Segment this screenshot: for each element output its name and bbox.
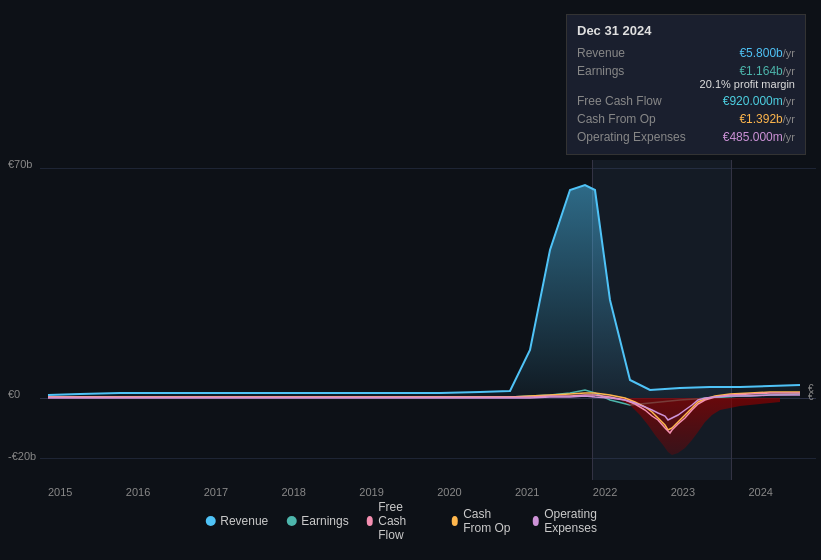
legend-label-fcf: Free Cash Flow (378, 500, 433, 542)
tooltip-opex-value: €485.000m/yr (723, 130, 795, 144)
tooltip-earnings-label: Earnings (577, 64, 677, 78)
legend-dot-fcf (367, 516, 374, 526)
tooltip-fcf-label: Free Cash Flow (577, 94, 677, 108)
x-label-2016: 2016 (126, 486, 150, 498)
x-label-2019: 2019 (359, 486, 383, 498)
tooltip-revenue-value: €5.800b/yr (739, 46, 795, 60)
x-label-2020: 2020 (437, 486, 461, 498)
legend-label-earnings: Earnings (301, 514, 348, 528)
x-axis: 2015 2016 2017 2018 2019 2020 2021 2022 … (0, 486, 821, 498)
tooltip-opex-row: Operating Expenses €485.000m/yr (577, 128, 795, 146)
x-label-2023: 2023 (671, 486, 695, 498)
tooltip-revenue-row: Revenue €5.800b/yr (577, 44, 795, 62)
tooltip-cashop-label: Cash From Op (577, 112, 677, 126)
tooltip-cashop-row: Cash From Op €1.392b/yr (577, 110, 795, 128)
right-label-bottom: € (808, 391, 814, 402)
legend-earnings[interactable]: Earnings (286, 514, 348, 528)
x-label-2017: 2017 (204, 486, 228, 498)
legend-opex[interactable]: Operating Expenses (533, 507, 616, 535)
tooltip-revenue-label: Revenue (577, 46, 677, 60)
chart-legend: Revenue Earnings Free Cash Flow Cash Fro… (205, 500, 616, 542)
tooltip-opex-label: Operating Expenses (577, 130, 686, 144)
tooltip-earnings-value: €1.164b/yr (739, 64, 795, 78)
x-label-2024: 2024 (748, 486, 772, 498)
legend-dot-revenue (205, 516, 215, 526)
x-label-2015: 2015 (48, 486, 72, 498)
legend-dot-opex (533, 516, 540, 526)
x-label-2021: 2021 (515, 486, 539, 498)
legend-label-opex: Operating Expenses (544, 507, 616, 535)
legend-fcf[interactable]: Free Cash Flow (367, 500, 434, 542)
legend-dot-cashop (452, 516, 459, 526)
legend-label-revenue: Revenue (220, 514, 268, 528)
legend-dot-earnings (286, 516, 296, 526)
tooltip-cashop-value: €1.392b/yr (739, 112, 795, 126)
tooltip-date: Dec 31 2024 (577, 23, 795, 38)
tooltip-fcf-row: Free Cash Flow €920.000m/yr (577, 92, 795, 110)
legend-cashop[interactable]: Cash From Op (452, 507, 515, 535)
tooltip-box: Dec 31 2024 Revenue €5.800b/yr Earnings … (566, 14, 806, 155)
legend-label-cashop: Cash From Op (463, 507, 514, 535)
x-label-2018: 2018 (281, 486, 305, 498)
chart-container: €70b €0 -€20b (0, 0, 821, 560)
legend-revenue[interactable]: Revenue (205, 514, 268, 528)
tooltip-fcf-value: €920.000m/yr (723, 94, 795, 108)
x-label-2022: 2022 (593, 486, 617, 498)
tooltip-profit-margin: 20.1% profit margin (577, 78, 795, 90)
